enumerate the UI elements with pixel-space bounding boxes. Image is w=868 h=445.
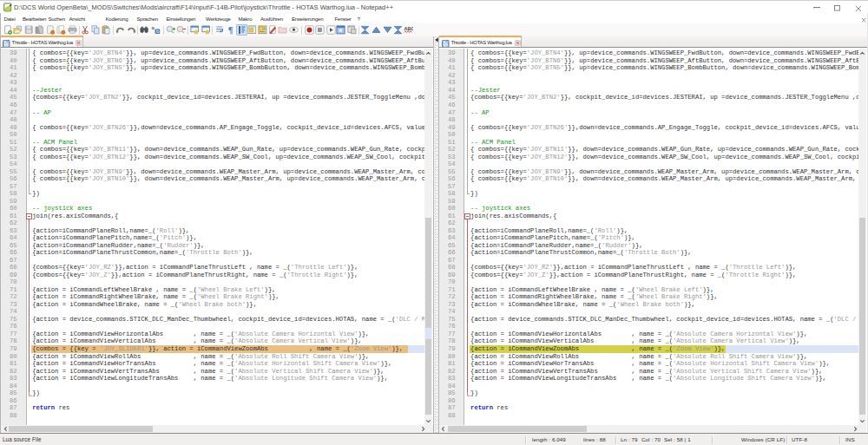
svg-text:¶: ¶ [228,26,233,36]
svg-text:a: a [152,25,155,30]
svg-text:ABC: ABC [404,26,413,31]
